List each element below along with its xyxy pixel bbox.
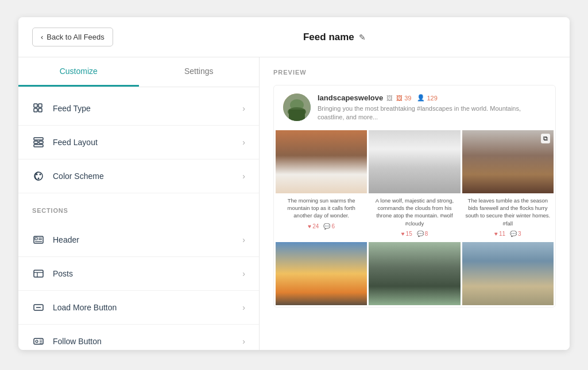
- photo-actions-3: ♥ 11 💬 3: [462, 229, 554, 240]
- tabs: Customize Settings: [18, 57, 259, 87]
- photo-actions-1: ♥ 24 💬 6: [276, 222, 367, 233]
- posts-icon: [32, 267, 45, 280]
- like-icon-3: ♥ 11: [494, 231, 505, 237]
- like-icon-1: ♥ 24: [308, 223, 319, 229]
- comment-icon-2: 💬 8: [417, 231, 428, 237]
- sidebar-item-posts[interactable]: Posts ›: [18, 257, 259, 291]
- sidebar-item-header[interactable]: Header ›: [18, 223, 259, 257]
- svg-rect-3: [38, 108, 42, 112]
- feed-type-arrow-icon: ›: [242, 104, 245, 113]
- follow-button-label: Follow Button: [53, 337, 234, 346]
- sidebar-item-follow-button[interactable]: Follow Button ›: [18, 325, 259, 350]
- comment-icon-3: 💬 3: [510, 231, 521, 237]
- sidebar-item-feed-type[interactable]: Feed Type ›: [18, 92, 259, 126]
- photo-caption-3: The leaves tumble as the season bids far…: [462, 193, 554, 229]
- back-button[interactable]: ‹ Back to All Feeds: [32, 28, 113, 46]
- photo-image-5: [369, 242, 460, 305]
- preview-label: PREVIEW: [273, 69, 556, 76]
- feed-stats: 🖼 39 👤 129: [396, 94, 438, 102]
- edit-icon[interactable]: ✎: [359, 33, 366, 42]
- like-icon-2: ♥ 15: [401, 231, 412, 237]
- photo-actions-2: ♥ 15 💬 8: [369, 229, 460, 240]
- header-arrow-icon: ›: [242, 235, 245, 244]
- feed-name-text: Feed name: [303, 32, 354, 43]
- feed-user-info: landscapeswelove 🖼 🖼 39 👤 129: [318, 94, 546, 122]
- svg-point-24: [36, 340, 38, 342]
- svg-rect-4: [34, 138, 43, 140]
- sidebar-item-load-more[interactable]: Load More Button ›: [18, 291, 259, 325]
- feed-bio: Bringing you the most breathtaking #land…: [318, 104, 546, 122]
- sidebar: Customize Settings: [18, 57, 260, 350]
- feed-preview: landscapeswelove 🖼 🖼 39 👤 129: [273, 85, 556, 307]
- post-icon: 🖼: [396, 95, 403, 102]
- copy-icon[interactable]: ⧉: [541, 134, 550, 143]
- photo-cell-5: [369, 242, 460, 305]
- feed-layout-label: Feed Layout: [53, 138, 234, 147]
- tab-customize[interactable]: Customize: [18, 57, 139, 87]
- posts-label: Posts: [53, 269, 234, 278]
- load-more-label: Load More Button: [53, 303, 234, 312]
- load-more-arrow-icon: ›: [242, 303, 245, 312]
- svg-rect-31: [289, 110, 305, 121]
- follow-button-icon: [32, 335, 45, 348]
- svg-rect-17: [34, 270, 43, 277]
- color-scheme-arrow-icon: ›: [242, 172, 245, 181]
- feed-layout-arrow-icon: ›: [242, 138, 245, 147]
- svg-rect-6: [39, 141, 43, 143]
- photo-cell-6: [462, 242, 554, 305]
- top-section: Feed Type › Feed Layout ›: [18, 87, 259, 198]
- preview-area: PREVIEW landscapeswelove: [260, 57, 570, 350]
- feed-type-label: Feed Type: [53, 104, 234, 113]
- photo-cell-1: The morning sun warms the mountain top a…: [276, 130, 367, 240]
- feed-username-row: landscapeswelove 🖼 🖼 39 👤 129: [318, 94, 546, 102]
- sidebar-item-color-scheme[interactable]: Color Scheme ›: [18, 159, 259, 193]
- feed-type-icon: [32, 102, 45, 115]
- photo-caption-1: The morning sun warms the mountain top a…: [276, 193, 367, 222]
- svg-rect-2: [34, 108, 37, 112]
- svg-point-9: [36, 174, 38, 176]
- svg-rect-13: [35, 237, 37, 240]
- follower-icon: 👤: [417, 94, 425, 102]
- feed-header: landscapeswelove 🖼 🖼 39 👤 129: [274, 85, 555, 130]
- svg-rect-1: [38, 104, 42, 107]
- sidebar-item-feed-layout[interactable]: Feed Layout ›: [18, 126, 259, 159]
- back-button-label: Back to All Feeds: [47, 33, 104, 41]
- photo-image-6: [462, 242, 554, 305]
- photo-cell-2: A lone wolf, majestic and strong, comman…: [369, 130, 460, 240]
- avatar: [283, 94, 311, 121]
- content-area: Customize Settings: [18, 57, 570, 350]
- feed-username: landscapeswelove: [318, 94, 383, 102]
- svg-rect-0: [34, 104, 37, 107]
- svg-point-10: [40, 174, 41, 176]
- tab-settings[interactable]: Settings: [139, 57, 260, 87]
- posts-arrow-icon: ›: [242, 269, 245, 278]
- sections-header: SECTIONS: [18, 198, 259, 219]
- comment-icon-1: 💬 6: [323, 223, 335, 229]
- main-container: ‹ Back to All Feeds Feed name ✎ Customiz…: [18, 17, 570, 350]
- svg-rect-7: [34, 145, 43, 147]
- photo-cell-3: ⧉ The leaves tumble as the season bids f…: [462, 130, 554, 240]
- post-count: 🖼 39: [396, 95, 411, 102]
- verified-icon: 🖼: [386, 95, 393, 102]
- top-bar: ‹ Back to All Feeds Feed name ✎: [18, 17, 570, 57]
- sections-group: Header › Posts ›: [18, 219, 259, 350]
- color-scheme-label: Color Scheme: [53, 172, 234, 181]
- photo-cell-4: [276, 242, 367, 305]
- header-icon: [32, 233, 45, 246]
- feed-name-area: Feed name ✎: [113, 32, 556, 43]
- feed-layout-icon: [32, 136, 45, 149]
- color-scheme-icon: [32, 170, 45, 182]
- photo-image-1: [276, 130, 367, 193]
- photo-grid: The morning sun warms the mountain top a…: [274, 130, 555, 307]
- photo-caption-2: A lone wolf, majestic and strong, comman…: [369, 193, 460, 229]
- header-label: Header: [53, 235, 234, 244]
- back-chevron-icon: ‹: [41, 33, 43, 41]
- svg-rect-5: [34, 141, 38, 143]
- svg-point-11: [38, 178, 40, 180]
- photo-image-4: [276, 242, 367, 305]
- photo-image-3: [462, 130, 554, 193]
- photo-image-2: [369, 130, 460, 193]
- load-more-icon: [32, 301, 45, 314]
- follower-count: 👤 129: [417, 94, 437, 102]
- follow-button-arrow-icon: ›: [242, 337, 245, 346]
